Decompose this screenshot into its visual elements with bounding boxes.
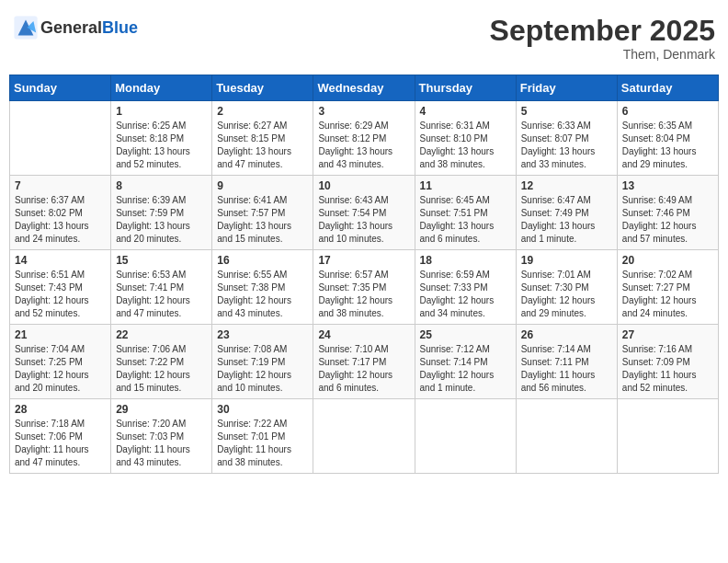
day-info: Sunrise: 6:31 AM Sunset: 8:10 PM Dayligh… — [420, 120, 511, 171]
day-number: 6 — [622, 105, 713, 118]
day-info: Sunrise: 6:49 AM Sunset: 7:46 PM Dayligh… — [622, 194, 713, 246]
week-row-2: 7Sunrise: 6:37 AM Sunset: 8:02 PM Daylig… — [10, 176, 719, 250]
day-info: Sunrise: 6:39 AM Sunset: 7:59 PM Dayligh… — [116, 194, 207, 246]
calendar-cell: 30Sunrise: 7:22 AM Sunset: 7:01 PM Dayli… — [212, 399, 313, 474]
day-info: Sunrise: 7:10 AM Sunset: 7:17 PM Dayligh… — [318, 343, 409, 395]
calendar-cell: 16Sunrise: 6:55 AM Sunset: 7:38 PM Dayli… — [212, 250, 313, 325]
logo-blue: Blue — [102, 18, 138, 37]
day-number: 10 — [318, 179, 409, 192]
day-info: Sunrise: 7:18 AM Sunset: 7:06 PM Dayligh… — [15, 418, 106, 469]
calendar-cell: 11Sunrise: 6:45 AM Sunset: 7:51 PM Dayli… — [415, 176, 516, 250]
calendar-cell: 10Sunrise: 6:43 AM Sunset: 7:54 PM Dayli… — [313, 176, 415, 250]
day-number: 2 — [217, 105, 308, 118]
calendar-cell: 17Sunrise: 6:57 AM Sunset: 7:35 PM Dayli… — [313, 250, 415, 325]
day-info: Sunrise: 7:16 AM Sunset: 7:09 PM Dayligh… — [622, 343, 713, 395]
day-info: Sunrise: 6:57 AM Sunset: 7:35 PM Dayligh… — [318, 269, 409, 320]
day-info: Sunrise: 6:29 AM Sunset: 8:12 PM Dayligh… — [318, 120, 409, 171]
calendar-cell: 13Sunrise: 6:49 AM Sunset: 7:46 PM Dayli… — [617, 176, 718, 250]
logo-general: General — [40, 18, 102, 37]
calendar-cell: 23Sunrise: 7:08 AM Sunset: 7:19 PM Dayli… — [212, 325, 313, 399]
day-info: Sunrise: 6:59 AM Sunset: 7:33 PM Dayligh… — [420, 269, 511, 320]
day-number: 4 — [420, 105, 511, 118]
day-number: 1 — [116, 105, 207, 118]
calendar-cell: 3Sunrise: 6:29 AM Sunset: 8:12 PM Daylig… — [313, 101, 415, 176]
calendar-cell: 19Sunrise: 7:01 AM Sunset: 7:30 PM Dayli… — [516, 250, 617, 325]
day-number: 22 — [116, 328, 207, 341]
day-number: 29 — [116, 403, 207, 416]
day-number: 20 — [622, 254, 713, 267]
week-row-3: 14Sunrise: 6:51 AM Sunset: 7:43 PM Dayli… — [10, 250, 719, 325]
calendar-cell: 18Sunrise: 6:59 AM Sunset: 7:33 PM Dayli… — [415, 250, 516, 325]
day-number: 3 — [318, 105, 409, 118]
calendar-cell: 9Sunrise: 6:41 AM Sunset: 7:57 PM Daylig… — [212, 176, 313, 250]
day-number: 30 — [217, 403, 308, 416]
day-number: 5 — [521, 105, 612, 118]
calendar-cell — [10, 101, 111, 176]
day-info: Sunrise: 6:43 AM Sunset: 7:54 PM Dayligh… — [318, 194, 409, 246]
day-info: Sunrise: 7:14 AM Sunset: 7:11 PM Dayligh… — [521, 343, 612, 395]
day-number: 17 — [318, 254, 409, 267]
weekday-header-row: SundayMondayTuesdayWednesdayThursdayFrid… — [10, 75, 719, 101]
calendar-table: SundayMondayTuesdayWednesdayThursdayFrid… — [9, 75, 719, 474]
day-info: Sunrise: 7:04 AM Sunset: 7:25 PM Dayligh… — [15, 343, 106, 395]
day-number: 8 — [116, 179, 207, 192]
calendar-cell: 21Sunrise: 7:04 AM Sunset: 7:25 PM Dayli… — [10, 325, 111, 399]
calendar-cell: 24Sunrise: 7:10 AM Sunset: 7:17 PM Dayli… — [313, 325, 415, 399]
weekday-header-wednesday: Wednesday — [313, 75, 415, 101]
calendar-cell — [617, 399, 718, 474]
calendar-cell: 8Sunrise: 6:39 AM Sunset: 7:59 PM Daylig… — [111, 176, 212, 250]
calendar-cell — [313, 399, 415, 474]
calendar-cell: 1Sunrise: 6:25 AM Sunset: 8:18 PM Daylig… — [111, 101, 212, 176]
generalblue-icon — [13, 15, 39, 40]
day-number: 12 — [521, 179, 612, 192]
day-number: 25 — [420, 328, 511, 341]
calendar-cell: 27Sunrise: 7:16 AM Sunset: 7:09 PM Dayli… — [617, 325, 718, 399]
day-number: 9 — [217, 179, 308, 192]
calendar-cell: 7Sunrise: 6:37 AM Sunset: 8:02 PM Daylig… — [10, 176, 111, 250]
day-info: Sunrise: 7:12 AM Sunset: 7:14 PM Dayligh… — [420, 343, 511, 395]
logo: GeneralBlue — [13, 15, 138, 40]
day-number: 13 — [622, 179, 713, 192]
weekday-header-sunday: Sunday — [10, 75, 111, 101]
day-info: Sunrise: 7:01 AM Sunset: 7:30 PM Dayligh… — [521, 269, 612, 320]
calendar-cell: 20Sunrise: 7:02 AM Sunset: 7:27 PM Dayli… — [617, 250, 718, 325]
weekday-header-saturday: Saturday — [617, 75, 718, 101]
day-info: Sunrise: 6:47 AM Sunset: 7:49 PM Dayligh… — [521, 194, 612, 246]
calendar-cell: 29Sunrise: 7:20 AM Sunset: 7:03 PM Dayli… — [111, 399, 212, 474]
day-number: 28 — [15, 403, 106, 416]
location: Them, Denmark — [490, 47, 715, 62]
day-number: 23 — [217, 328, 308, 341]
calendar-cell: 25Sunrise: 7:12 AM Sunset: 7:14 PM Dayli… — [415, 325, 516, 399]
calendar-cell: 28Sunrise: 7:18 AM Sunset: 7:06 PM Dayli… — [10, 399, 111, 474]
calendar-cell: 14Sunrise: 6:51 AM Sunset: 7:43 PM Dayli… — [10, 250, 111, 325]
day-number: 26 — [521, 328, 612, 341]
calendar-cell: 2Sunrise: 6:27 AM Sunset: 8:15 PM Daylig… — [212, 101, 313, 176]
calendar-cell: 15Sunrise: 6:53 AM Sunset: 7:41 PM Dayli… — [111, 250, 212, 325]
day-number: 18 — [420, 254, 511, 267]
day-info: Sunrise: 6:45 AM Sunset: 7:51 PM Dayligh… — [420, 194, 511, 246]
day-number: 15 — [116, 254, 207, 267]
week-row-5: 28Sunrise: 7:18 AM Sunset: 7:06 PM Dayli… — [10, 399, 719, 474]
day-number: 24 — [318, 328, 409, 341]
weekday-header-tuesday: Tuesday — [212, 75, 313, 101]
calendar-cell: 4Sunrise: 6:31 AM Sunset: 8:10 PM Daylig… — [415, 101, 516, 176]
logo-text: GeneralBlue — [40, 18, 138, 38]
day-number: 19 — [521, 254, 612, 267]
calendar-cell: 5Sunrise: 6:33 AM Sunset: 8:07 PM Daylig… — [516, 101, 617, 176]
title-area: September 2025 Them, Denmark — [490, 15, 715, 62]
day-info: Sunrise: 6:27 AM Sunset: 8:15 PM Dayligh… — [217, 120, 308, 171]
day-info: Sunrise: 6:33 AM Sunset: 8:07 PM Dayligh… — [521, 120, 612, 171]
month-title: September 2025 — [490, 15, 715, 47]
calendar-cell: 12Sunrise: 6:47 AM Sunset: 7:49 PM Dayli… — [516, 176, 617, 250]
day-info: Sunrise: 6:25 AM Sunset: 8:18 PM Dayligh… — [116, 120, 207, 171]
day-info: Sunrise: 7:20 AM Sunset: 7:03 PM Dayligh… — [116, 418, 207, 469]
week-row-1: 1Sunrise: 6:25 AM Sunset: 8:18 PM Daylig… — [10, 101, 719, 176]
day-info: Sunrise: 6:37 AM Sunset: 8:02 PM Dayligh… — [15, 194, 106, 246]
weekday-header-friday: Friday — [516, 75, 617, 101]
weekday-header-monday: Monday — [111, 75, 212, 101]
week-row-4: 21Sunrise: 7:04 AM Sunset: 7:25 PM Dayli… — [10, 325, 719, 399]
calendar-cell: 26Sunrise: 7:14 AM Sunset: 7:11 PM Dayli… — [516, 325, 617, 399]
day-info: Sunrise: 7:06 AM Sunset: 7:22 PM Dayligh… — [116, 343, 207, 395]
day-number: 11 — [420, 179, 511, 192]
day-info: Sunrise: 6:41 AM Sunset: 7:57 PM Dayligh… — [217, 194, 308, 246]
